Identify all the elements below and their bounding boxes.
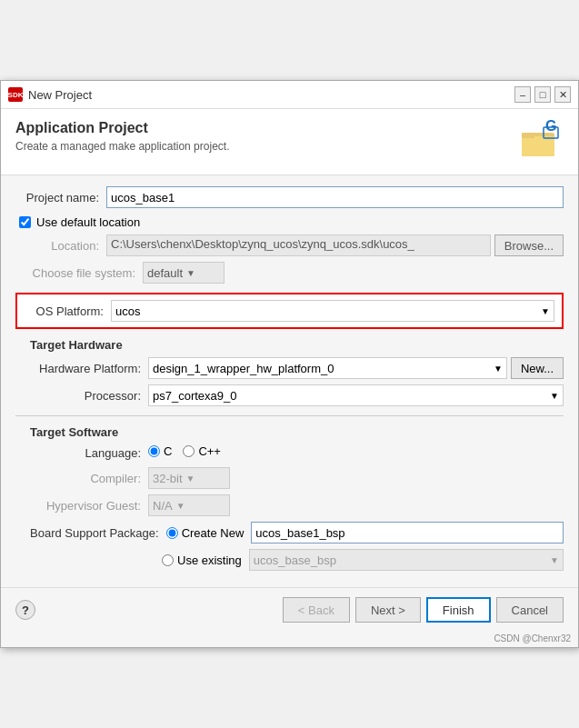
svg-rect-1 [522, 136, 554, 156]
next-button[interactable]: Next > [355, 597, 421, 623]
minimize-button[interactable]: – [514, 86, 531, 103]
hardware-platform-select[interactable]: design_1_wrapper_hw_platform_0 ▼ [148, 357, 507, 379]
location-row: Location: C:\Users\chenx\Desktop\zynq_uc… [15, 234, 564, 256]
bsp-create-new-row: Board Support Package: Create New [30, 522, 564, 544]
new-project-window: SDK New Project – □ ✕ Application Projec… [0, 80, 579, 648]
compiler-row: Compiler: 32-bit ▼ [30, 467, 564, 489]
bsp-create-new-option[interactable]: Create New [166, 526, 245, 540]
hardware-platform-label: Hardware Platform: [30, 362, 148, 375]
svg-rect-2 [522, 133, 534, 138]
title-bar: SDK New Project – □ ✕ [1, 81, 578, 109]
filesystem-select[interactable]: default ▼ [143, 262, 225, 284]
filesystem-arrow-icon: ▼ [186, 268, 195, 278]
use-default-location-checkbox[interactable] [19, 216, 31, 228]
use-default-location-row: Use default location [15, 215, 564, 229]
app-icon: SDK [8, 87, 23, 102]
bsp-create-new-input[interactable] [251, 522, 564, 544]
header-title: Application Project [15, 120, 229, 136]
bsp-create-new-label: Create New [182, 526, 245, 540]
close-button[interactable]: ✕ [554, 86, 571, 103]
processor-label: Processor: [30, 389, 148, 403]
project-name-label: Project name: [15, 191, 106, 204]
compiler-label: Compiler: [30, 472, 148, 485]
maximize-button[interactable]: □ [534, 86, 551, 103]
hardware-platform-row: Hardware Platform: design_1_wrapper_hw_p… [30, 357, 564, 379]
language-cpp-label: C++ [198, 444, 221, 458]
bsp-use-existing-value: ucos_base_bsp [254, 553, 336, 567]
language-c-option[interactable]: C [148, 444, 172, 458]
browse-button[interactable]: Browse... [494, 234, 564, 256]
target-software-section: Target Software Language: C C++ Com [15, 425, 564, 571]
target-hardware-header: Target Hardware [30, 338, 564, 352]
processor-row: Processor: ps7_cortexa9_0 ▼ [30, 384, 564, 406]
processor-select[interactable]: ps7_cortexa9_0 ▼ [148, 384, 564, 406]
language-cpp-radio[interactable] [183, 445, 195, 457]
target-hardware-section: Target Hardware Hardware Platform: desig… [15, 338, 564, 406]
hypervisor-label: Hypervisor Guest: [30, 499, 148, 513]
hypervisor-select: N/A ▼ [148, 494, 230, 516]
location-input: C:\Users\chenx\Desktop\zynq_ucos\zynq_uc… [106, 234, 491, 256]
bsp-label: Board Support Package: [30, 526, 166, 540]
divider [15, 415, 564, 416]
target-software-header: Target Software [30, 425, 564, 439]
filesystem-row: Choose file system: default ▼ [15, 262, 564, 284]
back-button[interactable]: < Back [283, 597, 350, 623]
finish-button[interactable]: Finish [426, 597, 491, 623]
location-label: Location: [15, 239, 106, 253]
footer-left: ? [15, 600, 35, 620]
header-description: Create a managed make application projec… [15, 140, 229, 153]
filesystem-label: Choose file system: [15, 266, 143, 280]
compiler-select: 32-bit ▼ [148, 467, 230, 489]
project-name-row: Project name: [15, 186, 564, 208]
language-cpp-option[interactable]: C++ [183, 444, 221, 458]
os-platform-label: OS Platform: [25, 304, 111, 318]
footer-buttons: < Back Next > Finish Cancel [283, 597, 564, 623]
compiler-arrow-icon: ▼ [186, 474, 195, 484]
header-text: Application Project Create a managed mak… [15, 120, 229, 153]
os-platform-section: OS Platform: ucos ▼ [15, 293, 564, 329]
window-controls: – □ ✕ [514, 86, 571, 103]
language-c-radio[interactable] [148, 445, 160, 457]
new-button[interactable]: New... [511, 357, 564, 379]
footer: ? < Back Next > Finish Cancel [1, 587, 578, 632]
content-area: Project name: Use default location Locat… [1, 175, 578, 587]
header-icon: G [520, 120, 564, 164]
bsp-create-new-radio[interactable] [166, 527, 178, 539]
bsp-use-existing-row: Use existing ucos_base_bsp ▼ [30, 549, 564, 571]
language-radio-group: C C++ [148, 444, 221, 458]
hw-platform-arrow-icon: ▼ [494, 364, 503, 374]
hypervisor-arrow-icon: ▼ [176, 501, 185, 511]
bsp-use-existing-radio[interactable] [162, 554, 174, 566]
language-c-label: C [164, 444, 172, 458]
header: Application Project Create a managed mak… [1, 109, 578, 175]
help-button[interactable]: ? [15, 600, 35, 620]
window-title: New Project [28, 88, 509, 102]
project-name-input[interactable] [106, 186, 564, 208]
bsp-use-existing-label: Use existing [177, 553, 242, 567]
bsp-existing-arrow-icon: ▼ [550, 555, 559, 565]
bsp-use-existing-option[interactable]: Use existing [162, 553, 242, 567]
hypervisor-row: Hypervisor Guest: N/A ▼ [30, 494, 564, 516]
cancel-button[interactable]: Cancel [496, 597, 564, 623]
use-default-location-label: Use default location [36, 215, 140, 229]
language-label: Language: [30, 446, 148, 460]
os-platform-arrow-icon: ▼ [541, 306, 550, 316]
language-row: Language: C C++ [30, 444, 564, 462]
watermark: CSDN @Chenxr32 [1, 632, 578, 647]
bsp-use-existing-select: ucos_base_bsp ▼ [249, 549, 564, 571]
os-platform-select[interactable]: ucos ▼ [111, 300, 554, 322]
processor-arrow-icon: ▼ [550, 391, 559, 401]
